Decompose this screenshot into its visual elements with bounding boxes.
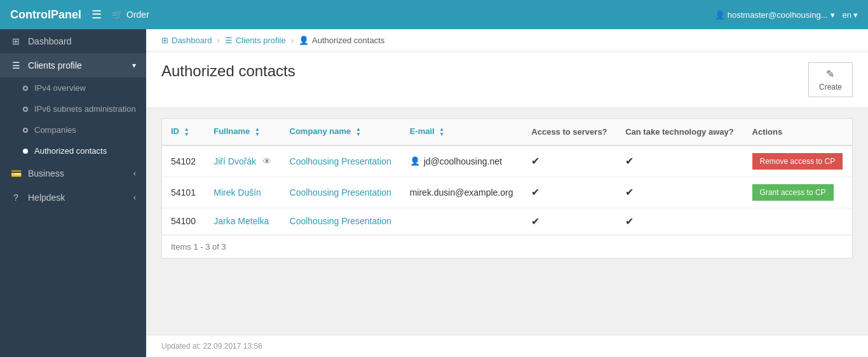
col-actions: Actions <box>743 119 852 145</box>
lang-label: en <box>843 10 851 20</box>
sidebar-item-label: Clients profile <box>28 60 82 71</box>
cell-access-servers: ✔ <box>522 208 616 234</box>
sidebar-item-helpdesk[interactable]: ? Helpdesk ‹ <box>0 185 146 210</box>
clients-profile-icon: ☰ <box>10 60 22 71</box>
cell-take-tech: ✔ <box>616 177 743 208</box>
sort-arrows-email: ▲▼ <box>439 127 444 137</box>
sidebar-item-business[interactable]: 💳 Business ‹ <box>0 161 146 185</box>
lang-selector[interactable]: en ▾ <box>843 10 858 20</box>
col-email[interactable]: E-mail ▲▼ <box>401 119 523 145</box>
authorized-contacts-breadcrumb-icon: 👤 <box>299 36 309 45</box>
user-icon: 👤 <box>715 10 725 20</box>
email-user-icon: 👤 <box>410 156 420 166</box>
check-icon: ✔ <box>625 156 634 166</box>
user-menu[interactable]: 👤 hostmaster@coolhousing... ▾ <box>715 10 835 20</box>
cell-email: 👤 jd@coolhousing.net <box>401 145 523 177</box>
sort-arrows-id: ▲▼ <box>184 127 189 137</box>
helpdesk-icon: ? <box>10 192 22 203</box>
dashboard-icon: ⊞ <box>10 36 22 46</box>
chevron-down-icon: ▾ <box>831 10 835 20</box>
cell-actions: Remove access to CP <box>743 145 852 177</box>
sidebar-item-label: Dashboard <box>28 36 72 46</box>
footer: Updated at: 22.09.2017 13:56 <box>146 335 868 357</box>
breadcrumb: ⊞ Dashboard › ☰ Clients profile › 👤 Auth… <box>146 29 868 52</box>
fullname-link[interactable]: Jarka Metelka <box>214 216 269 226</box>
col-take-tech: Can take technology away? <box>616 119 743 145</box>
cell-access-servers: ✔ <box>522 177 616 208</box>
sidebar-item-authorized-contacts[interactable]: Authorized contacts <box>0 140 146 161</box>
dashboard-breadcrumb-icon: ⊞ <box>161 36 168 45</box>
sort-arrows-fullname: ▲▼ <box>255 127 260 137</box>
cell-access-servers: ✔ <box>522 145 616 177</box>
fullname-link[interactable]: Mirek Dušín <box>214 187 261 198</box>
cell-email: mirek.dusin@example.org <box>401 177 523 208</box>
table-row: 54102 Jiří Dvořák 👁 Coolhousing Presenta… <box>162 145 852 177</box>
sidebar-item-label: Business <box>28 168 64 178</box>
breadcrumb-current-label: Authorized contacts <box>312 36 384 45</box>
sidebar-item-ipv6-subnets[interactable]: IPv6 subnets administration <box>0 98 146 119</box>
col-id[interactable]: ID ▲▼ <box>162 119 205 145</box>
breadcrumb-clients-profile[interactable]: ☰ Clients profile <box>225 36 286 45</box>
sidebar-item-ipv4-overview[interactable]: IPv4 overview <box>0 77 146 98</box>
order-button[interactable]: 🛒 Order <box>112 10 149 20</box>
layout: ⊞ Dashboard ☰ Clients profile ▾ IPv4 ove… <box>0 29 868 357</box>
cell-fullname: Jiří Dvořák 👁 <box>205 145 280 177</box>
sidebar-item-clients-profile[interactable]: ☰ Clients profile ▾ <box>0 53 146 77</box>
table-row: 54101 Mirek Dušín Coolhousing Presentati… <box>162 177 852 208</box>
sub-item-dot <box>23 107 28 112</box>
cell-company[interactable]: Coolhousing Presentation <box>281 145 401 177</box>
updated-label: Updated at: 22.09.2017 13:56 <box>161 342 262 351</box>
top-nav-left: ControlPanel ☰ 🛒 Order <box>10 8 149 22</box>
create-button[interactable]: ✎ Create <box>808 62 853 97</box>
email-value: jd@coolhousing.net <box>424 156 502 166</box>
top-nav-right: 👤 hostmaster@coolhousing... ▾ en ▾ <box>715 10 858 20</box>
col-fullname[interactable]: Fullname ▲▼ <box>205 119 280 145</box>
top-nav: ControlPanel ☰ 🛒 Order 👤 hostmaster@cool… <box>0 0 868 29</box>
remove-access-button[interactable]: Remove access to CP <box>752 153 843 170</box>
user-label: hostmaster@coolhousing... <box>728 10 828 20</box>
sort-arrows-company: ▲▼ <box>356 127 361 137</box>
items-count: Items 1 - 3 of 3 <box>162 235 852 258</box>
breadcrumb-dashboard-label: Dashboard <box>172 36 212 45</box>
col-company[interactable]: Company name ▲▼ <box>281 119 401 145</box>
sidebar-item-label: Helpdesk <box>28 192 65 203</box>
cell-fullname: Jarka Metelka <box>205 208 280 234</box>
chevron-right-icon-help: ‹ <box>133 193 136 202</box>
cell-fullname: Mirek Dušín <box>205 177 280 208</box>
main-content: ⊞ Dashboard › ☰ Clients profile › 👤 Auth… <box>146 29 868 357</box>
check-icon: ✔ <box>531 156 539 166</box>
breadcrumb-sep-1: › <box>217 36 220 45</box>
sidebar-item-companies[interactable]: Companies <box>0 119 146 140</box>
sidebar-item-label: Authorized contacts <box>34 146 107 156</box>
clients-profile-breadcrumb-icon: ☰ <box>225 36 233 45</box>
chevron-down-icon: ▾ <box>132 61 136 70</box>
cell-actions <box>743 208 852 234</box>
fullname-link[interactable]: Jiří Dvořák <box>214 156 256 166</box>
breadcrumb-dashboard[interactable]: ⊞ Dashboard <box>161 36 212 45</box>
pencil-icon: ✎ <box>826 68 834 80</box>
order-label: Order <box>126 10 149 20</box>
breadcrumb-sep-2: › <box>291 36 294 45</box>
contacts-table: ID ▲▼ Fullname ▲▼ Company name ▲▼ E-mail… <box>162 119 852 235</box>
sub-item-dot <box>23 86 28 91</box>
cell-email <box>401 208 523 234</box>
cell-company[interactable]: Coolhousing Presentation <box>281 177 401 208</box>
brand-logo: ControlPanel <box>10 8 81 22</box>
cell-take-tech: ✔ <box>616 208 743 234</box>
sidebar-item-dashboard[interactable]: ⊞ Dashboard <box>0 29 146 53</box>
cell-company[interactable]: Coolhousing Presentation <box>281 208 401 234</box>
page-title: Authorized contacts <box>161 62 295 80</box>
grant-access-button[interactable]: Grant access to CP <box>752 184 834 201</box>
cell-id: 54100 <box>162 208 205 234</box>
sidebar-item-label: IPv6 subnets administration <box>34 104 136 114</box>
hamburger-button[interactable]: ☰ <box>92 8 102 22</box>
cell-id: 54101 <box>162 177 205 208</box>
check-icon: ✔ <box>531 187 539 198</box>
check-icon: ✔ <box>625 216 634 227</box>
breadcrumb-current: 👤 Authorized contacts <box>299 36 384 45</box>
sidebar: ⊞ Dashboard ☰ Clients profile ▾ IPv4 ove… <box>0 29 146 357</box>
cart-icon: 🛒 <box>112 10 123 20</box>
chevron-down-icon-lang: ▾ <box>853 10 858 20</box>
table-header-row: ID ▲▼ Fullname ▲▼ Company name ▲▼ E-mail… <box>162 119 852 145</box>
cell-actions: Grant access to CP <box>743 177 852 208</box>
